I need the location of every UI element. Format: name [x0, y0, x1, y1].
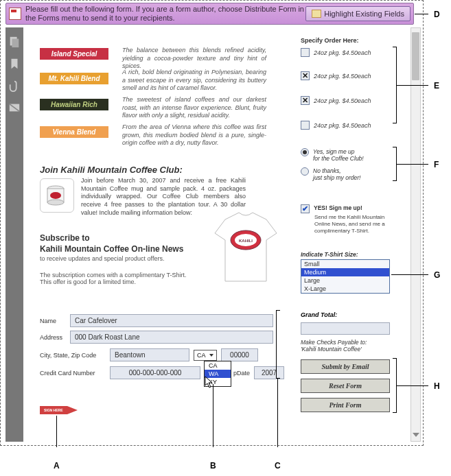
tshirt-size-heading: Indicate T-Shirt Size: [301, 251, 358, 258]
document-page: Specify Order Here: Island Special The b… [26, 27, 409, 442]
order-price-4: 24oz pkg. $4.50each [314, 122, 371, 129]
order-row-1: 24oz pkg. $4.50each [301, 48, 371, 57]
zip-input[interactable]: 00000 [221, 348, 258, 361]
order-row-3: ✕ 24oz pkg. $4.50each [301, 96, 371, 105]
coffee-label-kahili: Mt. Kahili Blend [40, 73, 108, 84]
grand-total-field[interactable] [301, 322, 390, 335]
reset-button[interactable]: Reset Form [301, 379, 390, 393]
callout-line-b [213, 384, 213, 447]
coffee-label-vienna: Vienna Blend [40, 126, 108, 138]
pdf-icon [9, 8, 21, 20]
size-medium[interactable]: Medium [301, 268, 389, 276]
signature-panel-icon[interactable] [8, 102, 21, 114]
callout-line-a [56, 416, 57, 447]
name-label: Name [40, 318, 66, 324]
size-xlarge[interactable]: X-Large [301, 285, 389, 293]
coffee-desc-hawaiian: The sweetest of island coffees and our d… [122, 96, 266, 120]
coffee-desc-vienna: From the area of Vienna where this coffe… [122, 123, 266, 147]
callout-line-f [397, 164, 428, 165]
size-large[interactable]: Large [301, 276, 389, 285]
yes-signup-row: ✔ YES! Sign me up! [301, 204, 362, 213]
attachment-icon[interactable] [8, 80, 21, 92]
csz-label: City, State, Zip Code [40, 352, 106, 359]
payable-text: Make Checks Payable to: 'Kahili Mountain… [301, 339, 367, 353]
order-checkbox-3[interactable]: ✕ [301, 96, 310, 105]
subscribe-heading: Subscribe to Kahili Mountain Coffee On-l… [40, 233, 183, 254]
exp-label: pDate [233, 370, 250, 377]
callout-b: B [210, 461, 216, 471]
callout-line-h [397, 385, 428, 386]
radio-row-2: No thanks, just ship my order! [301, 167, 360, 181]
sign-here-tag[interactable]: SIGN HERE [40, 406, 78, 414]
highlight-label: Highlight Existing Fields [324, 10, 404, 18]
order-row-4: 24oz pkg. $4.50each [301, 121, 371, 130]
callout-a: A [54, 461, 60, 471]
tshirt-size-list[interactable]: Small Medium Large X-Large [301, 259, 390, 294]
order-price-2: 24oz pkg. $4.50each [314, 73, 371, 80]
yes-body: Send me the Kahili Mountain Online News,… [314, 214, 390, 235]
highlight-existing-fields-button[interactable]: Highlight Existing Fields [305, 6, 410, 21]
highlight-icon [312, 10, 321, 18]
radio-yes-l2: for the Coffee Club! [313, 155, 364, 162]
radio-no[interactable] [301, 167, 309, 176]
join-heading: Join Kahili Mountain Coffee Club: [40, 165, 183, 175]
state-opt-ca[interactable]: CA [205, 361, 231, 370]
coffee-desc-kahili: A rich, bold blend originating in Polyne… [122, 69, 266, 93]
svg-text:KAHILI: KAHILI [239, 239, 253, 243]
city-row: City, State, Zip Code Beantown CA 00000 [40, 348, 258, 361]
subscribe-note: The subscription comes with a compliment… [40, 272, 186, 285]
svg-point-6 [47, 200, 64, 205]
tshirt-image: KAHILI [205, 206, 287, 288]
cc-input[interactable]: 000-000-000-000 [110, 366, 200, 379]
svg-text:SIGN HERE: SIGN HERE [44, 408, 63, 412]
address-row: Address 000 Dark Roast Lane [40, 331, 273, 344]
callout-e: E [434, 81, 439, 91]
radio-yes[interactable] [301, 148, 309, 156]
pages-icon[interactable] [8, 36, 21, 48]
radio-yes-l1: Yes, sign me up [313, 148, 364, 155]
coffee-label-island: Island Special [40, 48, 108, 60]
cc-label: Credit Card Number [40, 370, 106, 377]
callout-h: H [434, 381, 440, 391]
subscribe-sub: to receive updates and special product o… [40, 255, 164, 262]
callout-g: G [434, 270, 440, 280]
yes-checkbox[interactable]: ✔ [301, 204, 310, 213]
order-checkbox-1[interactable] [301, 48, 310, 57]
vertical-scrollbar[interactable] [410, 27, 421, 442]
order-price-3: 24oz pkg. $4.50each [314, 97, 371, 104]
state-dropdown[interactable]: CA [194, 350, 217, 361]
order-row-2: ✕ 24oz pkg. $4.50each [301, 71, 371, 80]
size-small[interactable]: Small [301, 260, 389, 268]
callout-line-e [397, 85, 428, 86]
print-button[interactable]: Print Form [301, 398, 390, 412]
cc-row: Credit Card Number 000-000-000-000 pDate… [40, 366, 284, 379]
order-checkbox-4[interactable] [301, 121, 310, 130]
radio-row-1: Yes, sign me up for the Coffee Club! [301, 148, 364, 162]
submit-button[interactable]: Submit by Email [301, 359, 390, 374]
svg-rect-1 [12, 39, 19, 48]
callout-d: D [434, 10, 440, 19]
callout-c: C [275, 461, 281, 471]
coffee-desc-island: The balance between this blends refined … [122, 47, 266, 71]
address-label: Address [40, 334, 66, 341]
callout-line-c [277, 379, 278, 447]
bookmark-icon[interactable] [8, 58, 21, 70]
radio-no-l1: No thanks, [313, 167, 360, 174]
bracket-c [276, 310, 280, 379]
address-input[interactable]: 000 Dark Roast Lane [70, 331, 273, 344]
grand-total-heading: Grand Total: [301, 311, 337, 318]
order-checkbox-2[interactable]: ✕ [301, 71, 310, 80]
coffee-label-hawaiian: Hawaiian Rich [40, 99, 108, 110]
name-input[interactable]: Car Cafelover [70, 314, 273, 327]
callout-line-g [391, 274, 428, 275]
callout-f: F [434, 160, 439, 169]
order-price-1: 24oz pkg. $4.50each [314, 49, 371, 56]
svg-point-7 [50, 192, 61, 199]
radio-no-l2: just ship my order! [313, 174, 360, 181]
yes-head: YES! Sign me up! [314, 204, 362, 213]
callout-line-d [415, 14, 428, 14]
banner-text: Please fill out the following form. If y… [25, 5, 305, 23]
name-row: Name Car Cafelover [40, 314, 273, 327]
coffee-mug-image [40, 178, 74, 213]
city-input[interactable]: Beantown [110, 348, 189, 361]
